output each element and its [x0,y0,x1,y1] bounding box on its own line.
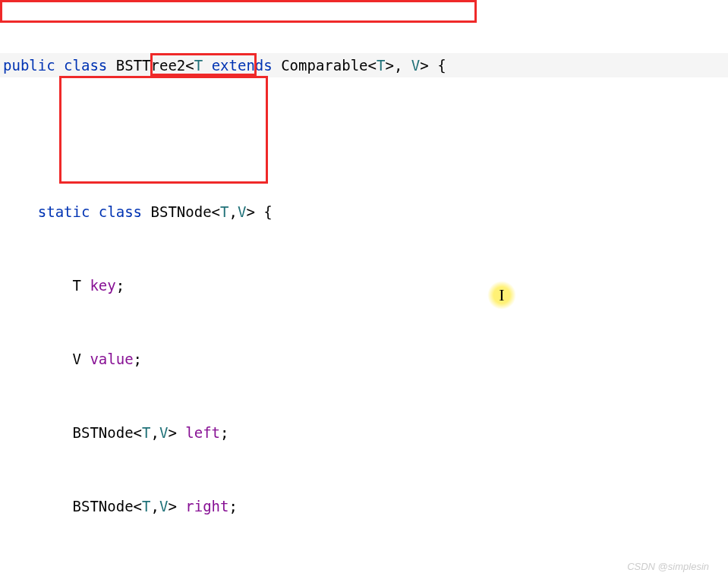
brace: { [255,203,273,220]
cursor-glyph: I [499,281,504,309]
field-type: V [73,351,81,367]
type-param: T [142,498,150,514]
semi: ; [116,277,124,294]
type-param: V [238,203,246,220]
code-line[interactable]: T key; [0,273,728,297]
type-param: V [159,498,168,514]
punct: > [168,424,176,441]
field-type: T [73,277,81,294]
code-line-empty[interactable] [0,568,728,579]
type-param: T [194,57,203,74]
type-param: T [220,203,228,220]
keyword-extends: extends [212,57,273,74]
semi: ; [229,498,238,514]
code-line[interactable]: static class BSTNode<T,V> { [0,200,728,224]
punct: , [394,57,411,74]
field-value: value [81,351,134,367]
keyword-class: class [64,57,107,74]
punct: < [134,498,142,514]
punct: < [368,57,377,74]
keyword-public: public [3,57,55,74]
punct: < [212,203,220,220]
field-left: left [177,424,220,441]
punct: < [185,57,194,74]
class-name: BSTTree2 [116,57,186,74]
code-line[interactable]: BSTNode<T,V> left; [0,420,728,445]
code-line[interactable]: public class BSTTree2<T extends Comparab… [0,53,728,77]
field-type: BSTNode [73,498,134,514]
field-type: BSTNode [73,424,134,441]
punct: , [151,498,159,514]
keyword-static: static [38,203,90,220]
semi: ; [220,424,228,441]
punct: > [420,57,428,74]
code-editor[interactable]: public class BSTTree2<T extends Comparab… [0,0,728,579]
punct: < [134,424,142,441]
keyword-class: class [99,203,142,220]
text-cursor-icon: I [487,281,516,310]
class-name: BSTNode [142,203,212,220]
type-param: T [377,57,385,74]
field-key: key [81,277,116,294]
punct: > [246,203,254,220]
brace: { [429,57,446,74]
punct: , [228,203,237,220]
watermark-text: CSDN @simplesin [627,559,709,575]
type-param: T [142,424,150,441]
code-line-empty[interactable] [0,126,728,150]
punct: > [385,57,393,74]
punct: > [168,498,176,514]
field-right: right [177,498,229,514]
type-param: V [411,57,420,74]
code-line[interactable]: V value; [0,347,728,371]
code-line[interactable]: BSTNode<T,V> right; [0,494,728,518]
punct: , [151,424,159,441]
semi: ; [134,351,142,367]
type-comparable: Comparable [281,57,367,74]
type-param: V [159,424,168,441]
